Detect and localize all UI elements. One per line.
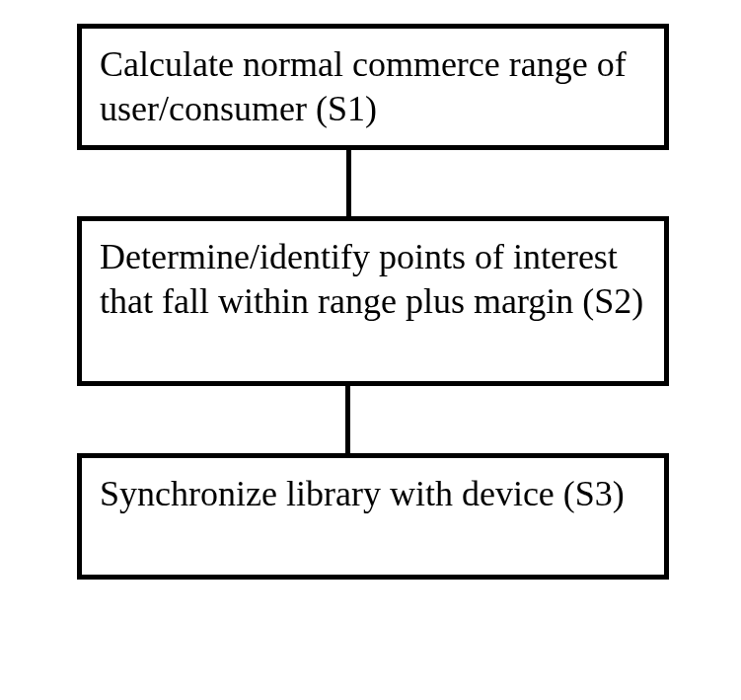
connector-s2-s3 [345,386,350,453]
flowchart: Calculate normal commerce range of user/… [0,0,741,700]
step-s1: Calculate normal commerce range of user/… [77,24,669,150]
step-s2-text: Determine/identify points of interest th… [100,237,643,321]
step-s3-text: Synchronize library with device (S3) [100,474,625,513]
connector-s1-s2 [346,150,351,216]
step-s1-text: Calculate normal commerce range of user/… [100,44,627,128]
step-s2: Determine/identify points of interest th… [77,216,669,386]
step-s3: Synchronize library with device (S3) [77,453,669,580]
